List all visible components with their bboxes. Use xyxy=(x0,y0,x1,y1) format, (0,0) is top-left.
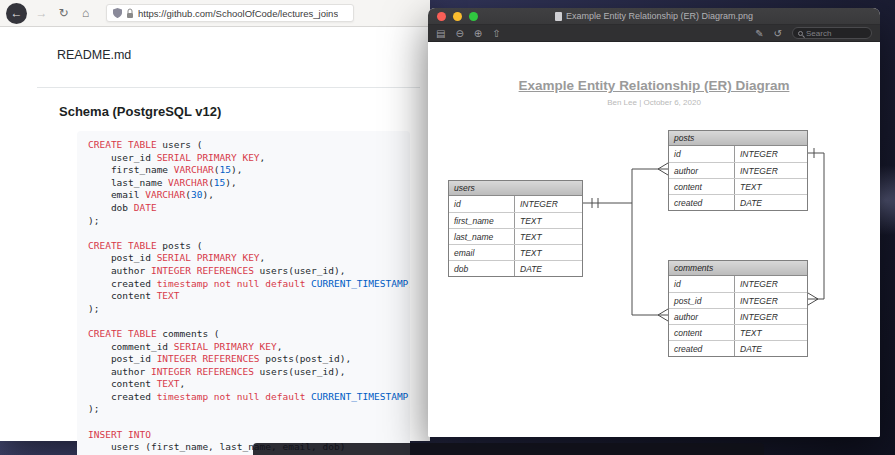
er-field-row: emailTEXT xyxy=(449,244,582,260)
forward-button[interactable]: → xyxy=(34,6,49,20)
sidebar-toggle-icon[interactable]: ▤ xyxy=(436,25,445,42)
home-button[interactable]: ⌂ xyxy=(78,6,93,20)
zoom-in-icon[interactable]: ⊕ xyxy=(474,25,482,42)
er-field-type: INTEGER xyxy=(735,293,807,308)
markup-icon[interactable]: ✎ xyxy=(755,25,763,42)
er-field-row: last_nameTEXT xyxy=(449,228,582,244)
er-field-name: author xyxy=(669,163,735,178)
code-line xyxy=(88,315,410,328)
code-line: ); xyxy=(88,303,410,316)
code-line: first_name VARCHAR(15), xyxy=(88,164,410,177)
code-line: created timestamp not null default CURRE… xyxy=(88,278,410,291)
er-field-row: dobDATE xyxy=(449,260,582,276)
er-field-row: authorINTEGER xyxy=(669,162,807,178)
er-table-header: posts xyxy=(669,131,807,146)
er-table-users: usersidINTEGERfirst_nameTEXTlast_nameTEX… xyxy=(448,180,583,277)
dock[interactable] xyxy=(253,443,764,455)
document-icon xyxy=(555,12,562,21)
er-field-row: contentTEXT xyxy=(669,324,807,340)
code-line: user_id SERIAL PRIMARY KEY, xyxy=(88,152,410,165)
er-field-type: INTEGER xyxy=(735,276,807,292)
github-readme-page: README.md Schema (PostgreSQL v12) CREATE… xyxy=(0,27,430,455)
er-field-type: TEXT xyxy=(515,229,582,244)
er-field-name: id xyxy=(669,146,735,162)
browser-window: ← → ↻ ⌂ https://github.com/SchoolOfCode/… xyxy=(0,0,430,441)
code-line: comment_id SERIAL PRIMARY KEY, xyxy=(88,341,410,354)
er-field-type: INTEGER xyxy=(735,163,807,178)
search-input[interactable] xyxy=(806,29,861,38)
er-field-row: idINTEGER xyxy=(669,146,807,162)
refresh-icon: ↻ xyxy=(58,6,68,20)
code-line: post_id SERIAL PRIMARY KEY, xyxy=(88,252,410,265)
er-field-type: DATE xyxy=(735,341,807,356)
search-box[interactable] xyxy=(792,27,872,39)
er-field-name: email xyxy=(449,245,515,260)
url-bar[interactable]: https://github.com/SchoolOfCode/lectures… xyxy=(106,4,354,22)
er-field-name: created xyxy=(669,341,735,356)
er-field-name: dob xyxy=(449,261,515,276)
er-field-type: TEXT xyxy=(735,325,807,340)
window-title: Example Entity Relationship (ER) Diagram… xyxy=(428,11,880,21)
code-line: ); xyxy=(88,215,410,228)
er-field-name: content xyxy=(669,179,735,194)
code-line: content TEXT xyxy=(88,290,410,303)
zoom-button[interactable] xyxy=(469,12,478,21)
close-button[interactable] xyxy=(437,12,446,21)
er-field-row: first_nameTEXT xyxy=(449,212,582,228)
readme-filename: README.md xyxy=(57,47,420,63)
shield-icon[interactable] xyxy=(113,8,122,18)
er-table-posts: postsidINTEGERauthorINTEGERcontentTEXTcr… xyxy=(668,130,808,211)
code-line: email VARCHAR(30), xyxy=(88,189,410,202)
schema-heading: Schema (PostgreSQL v12) xyxy=(59,104,420,119)
er-field-name: content xyxy=(669,325,735,340)
er-field-type: DATE xyxy=(735,195,807,210)
code-line: CREATE TABLE users ( xyxy=(88,139,410,152)
sql-code-block: CREATE TABLE users ( user_id SERIAL PRIM… xyxy=(77,131,410,455)
readme-divider xyxy=(37,87,420,88)
code-line: author INTEGER REFERENCES users(user_id)… xyxy=(88,265,410,278)
er-field-name: last_name xyxy=(449,229,515,244)
code-line: dob DATE xyxy=(88,202,410,215)
er-field-type: TEXT xyxy=(515,213,582,228)
er-field-name: first_name xyxy=(449,213,515,228)
code-line: ); xyxy=(88,403,410,416)
url-text: https://github.com/SchoolOfCode/lectures… xyxy=(138,8,338,19)
er-field-type: INTEGER xyxy=(515,196,582,212)
er-field-name: author xyxy=(669,309,735,324)
zoom-out-icon[interactable]: ⊖ xyxy=(455,25,463,42)
minimize-button[interactable] xyxy=(453,12,462,21)
preview-toolbar[interactable]: ▤ ⊖ ⊕ ⇧ ✎ ↺ xyxy=(428,25,880,42)
code-line: CREATE TABLE posts ( xyxy=(88,240,410,253)
er-field-type: TEXT xyxy=(515,245,582,260)
code-line: CREATE TABLE comments ( xyxy=(88,328,410,341)
er-field-name: id xyxy=(669,276,735,292)
er-field-row: authorINTEGER xyxy=(669,308,807,324)
traffic-lights xyxy=(428,12,478,21)
preview-titlebar[interactable]: Example Entity Relationship (ER) Diagram… xyxy=(428,8,880,25)
er-field-type: TEXT xyxy=(735,179,807,194)
er-diagram-canvas: Example Entity Relationship (ER) Diagram… xyxy=(428,42,880,437)
home-icon: ⌂ xyxy=(82,6,89,20)
er-field-type: INTEGER xyxy=(735,309,807,324)
er-field-type: INTEGER xyxy=(735,146,807,162)
window-title-text: Example Entity Relationship (ER) Diagram… xyxy=(566,11,753,21)
share-icon[interactable]: ⇧ xyxy=(492,25,500,42)
code-line: last_name VARCHAR(15), xyxy=(88,177,410,190)
er-field-row: contentTEXT xyxy=(669,178,807,194)
preview-window: Example Entity Relationship (ER) Diagram… xyxy=(428,8,880,437)
er-field-row: post_idINTEGER xyxy=(669,292,807,308)
er-table-header: comments xyxy=(669,261,807,276)
code-line: content TEXT, xyxy=(88,378,410,391)
back-button[interactable]: ← xyxy=(6,3,27,24)
browser-toolbar[interactable]: ← → ↻ ⌂ https://github.com/SchoolOfCode/… xyxy=(0,0,430,27)
code-line: INSERT INTO xyxy=(88,429,410,442)
back-icon: ← xyxy=(11,6,23,20)
refresh-button[interactable]: ↻ xyxy=(56,6,71,20)
er-table-comments: commentsidINTEGERpost_idINTEGERauthorINT… xyxy=(668,260,808,357)
lock-icon[interactable] xyxy=(126,8,134,18)
code-line: created timestamp not null default CURRE… xyxy=(88,391,410,404)
er-field-name: created xyxy=(669,195,735,210)
code-line xyxy=(88,416,410,429)
er-field-row: idINTEGER xyxy=(449,196,582,212)
rotate-icon[interactable]: ↺ xyxy=(774,25,782,42)
